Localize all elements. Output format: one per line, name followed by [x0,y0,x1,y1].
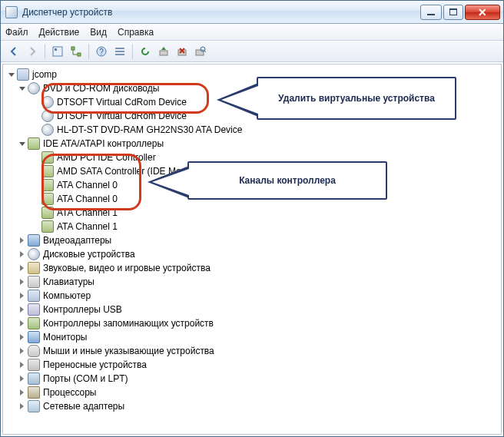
app-icon [5,6,18,18]
update-driver-icon[interactable] [155,43,172,60]
menu-view[interactable]: Вид [90,27,107,38]
back-icon[interactable] [5,43,22,60]
tree-category[interactable]: Контроллеры запоминающих устройств [6,316,501,330]
expander-icon[interactable] [17,319,26,328]
tree-category[interactable]: Звуковые, видео и игровые устройства [6,261,501,275]
refresh-icon[interactable] [137,43,154,60]
node-label: HL-DT-ST DVD-RAM GH22NS30 ATA Device [57,123,242,137]
expander-icon[interactable] [17,360,26,369]
node-label: AMD PCI IDE Controller [57,151,156,164]
help-icon[interactable]: ? [93,43,110,60]
ctrl-icon [41,207,54,219]
tree-category[interactable]: Дисковые устройства [6,247,501,261]
node-label: DVD и CD-ROM дисководы [43,81,159,95]
node-label: Компьютер [43,289,91,303]
toolbar: ? [1,41,503,62]
tree-category[interactable]: IDE ATA/ATAPI контроллеры [6,137,501,151]
expander-icon[interactable] [17,333,26,342]
device-tree[interactable]: Удалить виртуальные устройства Каналы ко… [3,65,501,434]
tree-device[interactable]: ATA Channel 1 [6,220,501,233]
expander-icon[interactable] [17,139,26,148]
computer-icon [17,68,29,81]
menu-help[interactable]: Справка [118,27,154,38]
node-label: Порты (COM и LPT) [43,372,128,386]
node-label: DTSOFT Virtual CdRom Device [57,95,187,109]
dev-icon [28,359,40,371]
svg-rect-9 [160,51,167,55]
close-button[interactable]: ✕ [465,5,500,20]
window-title: Диспетчер устройств [22,7,112,18]
svg-rect-11 [196,50,204,55]
node-label: Видеоадаптеры [43,233,111,247]
node-label: jcomp [32,68,57,81]
kb-icon [28,276,40,288]
tree-category[interactable]: Мыши и иные указывающие устройства [6,344,501,358]
node-label: IDE ATA/ATAPI контроллеры [43,137,164,151]
node-label: Сетевые адаптеры [43,399,124,413]
tree-category[interactable]: Клавиатуры [6,275,501,289]
node-label: Процессоры [43,386,97,399]
node-label: ATA Channel 1 [57,220,118,233]
expander-icon[interactable] [17,84,26,93]
disc-icon [41,124,54,136]
tree-category[interactable]: Контроллеры USB [6,303,501,316]
expander-icon[interactable] [17,374,26,383]
disc-icon [28,82,40,94]
node-label: DTSOFT Virtual CdRom Device [57,109,187,123]
uninstall-icon[interactable] [174,43,191,60]
disc-icon [41,96,54,108]
tree-category[interactable]: Сетевые адаптеры [6,399,501,413]
comp-icon [28,290,40,302]
svg-rect-1 [55,48,57,51]
menu-action[interactable]: Действие [39,27,80,38]
expander-icon[interactable] [17,250,26,259]
ctrl-icon [41,179,54,191]
properties-icon[interactable] [49,43,66,60]
tree-device[interactable]: ATA Channel 1 [6,206,501,220]
ctrl-icon [41,220,54,233]
details-icon[interactable] [111,43,128,60]
disc-icon [28,248,40,260]
expander-icon[interactable] [17,402,26,411]
callout-controller-channels: Каналы контроллера [187,161,387,200]
tree-category[interactable]: Порты (COM и LPT) [6,372,501,386]
tree-device[interactable]: HL-DT-ST DVD-RAM GH22NS30 ATA Device [6,123,501,137]
expander-icon[interactable] [6,70,15,79]
scan-hardware-icon[interactable] [192,43,209,60]
callout-remove-virtual: Удалить виртуальные устройства [257,77,456,120]
callout-text: Каналы контроллера [239,174,336,187]
tree-category[interactable]: Видеоадаптеры [6,233,501,247]
svg-rect-7 [115,51,124,52]
device-manager-window: Диспетчер устройств ✕ Файл Действие Вид … [0,0,504,437]
minimize-button[interactable] [420,5,442,20]
ctrl-icon [41,193,54,205]
tree-icon[interactable] [68,43,85,60]
svg-rect-0 [53,47,62,56]
tree-category[interactable]: Переносные устройства [6,358,501,372]
expander-icon[interactable] [17,263,26,273]
window-controls: ✕ [419,5,500,20]
tree-category[interactable]: Мониторы [6,330,501,344]
cpu-icon [28,386,40,399]
menu-file[interactable]: Файл [5,27,28,38]
node-label: Звуковые, видео и игровые устройства [43,261,211,275]
forward-icon[interactable] [24,43,41,60]
tree-category[interactable]: Процессоры [6,386,501,399]
expander-icon[interactable] [17,291,26,300]
expander-icon[interactable] [17,305,26,314]
svg-rect-2 [71,47,75,50]
tree-category[interactable]: Компьютер [6,289,501,303]
expander-icon[interactable] [17,277,26,286]
node-label: Контроллеры запоминающих устройств [43,316,214,330]
titlebar[interactable]: Диспетчер устройств ✕ [1,1,503,24]
node-label: Клавиатуры [43,275,94,289]
menubar: Файл Действие Вид Справка [1,24,503,41]
node-label: ATA Channel 0 [57,192,118,206]
ctrl-icon [41,165,54,177]
mon-icon [28,331,40,343]
maximize-button[interactable] [443,5,463,20]
expander-icon[interactable] [17,236,26,245]
expander-icon[interactable] [17,346,26,356]
expander-icon[interactable] [17,388,26,397]
ctrl-icon [41,151,54,164]
